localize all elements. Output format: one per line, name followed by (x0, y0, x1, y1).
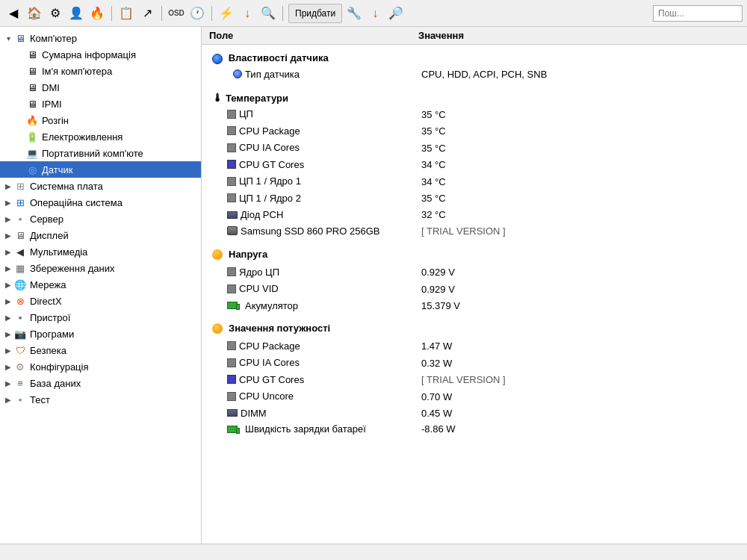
expand-directx[interactable]: ▶ (3, 296, 13, 306)
expand-storage[interactable]: ▶ (3, 263, 13, 273)
sidebar-item-programs[interactable]: ▶ 📷 Програми (0, 326, 201, 342)
expand-security[interactable]: ▶ (3, 345, 13, 355)
sidebar-label-compname: Ім'я комп'ютера (42, 66, 198, 77)
toolbar-icon-search-tool[interactable]: 🔍 (259, 4, 277, 22)
expand-mb[interactable]: ▶ (3, 181, 13, 191)
server-icon: ▪ (13, 212, 27, 225)
expand-server[interactable]: ▶ (3, 214, 13, 224)
content-panel: Поле Значення Властивості датчика (202, 27, 747, 544)
field-sensor-type: Тип датчика (202, 66, 411, 84)
config-icon: ⚙ (13, 360, 27, 373)
multimedia-icon: ◀ (13, 245, 27, 258)
sidebar-item-devices[interactable]: ▶ ▪ Пристрої (0, 309, 201, 326)
expand-multimedia[interactable]: ▶ (3, 246, 13, 257)
sidebar-item-computer[interactable]: ▾ 🖥 Комп'ютер (0, 30, 201, 46)
voltage-section-icon (212, 249, 223, 260)
expand-computer[interactable]: ▾ (3, 33, 13, 43)
section-voltage: Напруга (202, 240, 747, 264)
expand-network[interactable]: ▶ (3, 279, 13, 290)
toolbar-icon-settings[interactable]: ⚙ (46, 4, 64, 22)
expand-devices[interactable]: ▶ (3, 312, 13, 323)
toolbar-icon-arrow[interactable]: ↗ (138, 4, 156, 22)
sidebar-item-test[interactable]: ▶ ▪ Тест (0, 391, 201, 408)
sidebar-item-database[interactable]: ▶ ≡ База даних (0, 375, 201, 391)
sidebar-item-ipmi[interactable]: 🖥 IPMI (0, 96, 201, 112)
dmi-icon: 🖥 (25, 81, 39, 94)
sidebar-item-overclock[interactable]: 🔥 Розгін (0, 112, 201, 128)
sidebar-item-dmi[interactable]: 🖥 DMI (0, 79, 201, 96)
value-pow-charge: -8.86 W (411, 421, 747, 438)
sidebar-label-test: Тест (30, 394, 198, 405)
value-temp-diod: 32 °C (411, 207, 747, 223)
toolbar-icon-fire[interactable]: 🔥 (88, 4, 106, 22)
ipmi-icon: 🖥 (25, 97, 39, 111)
buy-button[interactable]: Придбати (288, 4, 342, 23)
value-volt-vid: 0.929 V (411, 281, 747, 298)
expand-programs[interactable]: ▶ (3, 329, 13, 339)
toolbar-icon-down2[interactable]: ↓ (366, 4, 384, 22)
field-volt-bat: Акумулятор (202, 298, 411, 314)
table-row: Діод PCH 32 °C (202, 207, 747, 223)
expand-test[interactable]: ▶ (3, 394, 13, 405)
sidebar-item-network[interactable]: ▶ 🌐 Мережа (0, 276, 201, 293)
flame-section-icon: 🌡 (212, 92, 223, 104)
toolbar-icon-download[interactable]: ⚡ (217, 4, 235, 22)
sidebar-item-portable[interactable]: 💻 Портативний комп'юте (0, 145, 201, 161)
pow-gt-icon (227, 375, 236, 384)
power-icon: 🔋 (25, 130, 39, 143)
sidebar-item-config[interactable]: ▶ ⚙ Конфігурація (0, 358, 201, 375)
sidebar-item-summary[interactable]: 🖥 Сумарна інформація (0, 46, 201, 63)
toolbar-icon-down-arrow[interactable]: ↓ (238, 4, 256, 22)
flame-icon: 🔥 (25, 113, 39, 127)
sensor-section-icon (212, 54, 223, 64)
expand-database[interactable]: ▶ (3, 378, 13, 388)
toolbar-icon-osd[interactable]: OSD (167, 4, 185, 22)
expand-config[interactable]: ▶ (3, 361, 13, 372)
toolbar-icon-user[interactable]: 👤 (67, 4, 85, 22)
sidebar-label-multimedia: Мультимедіа (30, 246, 198, 258)
toolbar-icon-clock[interactable]: 🕐 (188, 4, 206, 22)
sidebar-item-os[interactable]: ▶ ⊞ Операційна система (0, 194, 201, 211)
field-pow-charge: Швидкість зарядки батареї (202, 421, 411, 438)
search-box[interactable] (653, 5, 743, 22)
field-temp-core1: ЦП 1 / Ядро 1 (202, 173, 411, 190)
toolbar-sep4 (282, 6, 283, 21)
field-pow-ia: CPU IA Cores (202, 355, 411, 372)
sidebar-item-display[interactable]: ▶ 🖥 Дисплей (0, 227, 201, 243)
sidebar-item-sensor[interactable]: ◎ Датчик (0, 161, 201, 178)
sidebar-item-compname[interactable]: 🖥 Ім'я комп'ютера (0, 63, 201, 79)
value-temp-cpu-ia: 35 °C (411, 140, 747, 157)
sidebar-item-power[interactable]: 🔋 Електроживлення (0, 128, 201, 145)
toolbar-sep2 (161, 6, 162, 21)
sidebar-item-storage[interactable]: ▶ ▦ Збереження даних (0, 260, 201, 276)
table-row: ЦП 35 °C (202, 106, 747, 123)
summary-icon: 🖥 (25, 48, 39, 61)
field-temp-cpu-ia: CPU IA Cores (202, 140, 411, 157)
sidebar-item-security[interactable]: ▶ 🛡 Безпека (0, 342, 201, 358)
table-row: CPU VID 0.929 V (202, 281, 747, 298)
toolbar-icon-wrench[interactable]: 🔧 (345, 4, 363, 22)
value-sensor-type: CPU, HDD, ACPI, PCH, SNB (411, 66, 747, 84)
power-section-icon (212, 323, 223, 334)
sidebar-item-directx[interactable]: ▶ ⊗ DirectX (0, 293, 201, 309)
sidebar-item-server[interactable]: ▶ ▪ Сервер (0, 211, 201, 227)
sidebar-label-portable: Портативний комп'юте (42, 148, 198, 159)
expand-os[interactable]: ▶ (3, 197, 13, 208)
field-temp-diod: Діод PCH (202, 207, 411, 223)
temp-core2-icon (227, 193, 236, 202)
network-icon: 🌐 (13, 278, 27, 291)
toolbar-icon-back[interactable]: ◀ (4, 4, 22, 22)
test-icon: ▪ (13, 393, 27, 406)
toolbar-icon-home[interactable]: 🏠 (25, 4, 43, 22)
expand-compname (15, 66, 25, 76)
sidebar-item-multimedia[interactable]: ▶ ◀ Мультимедіа (0, 243, 201, 260)
value-temp-core1: 34 °C (411, 173, 747, 190)
expand-display[interactable]: ▶ (3, 230, 13, 240)
toolbar-icon-table[interactable]: 📋 (117, 4, 135, 22)
expand-sensor (15, 164, 25, 175)
sidebar-item-mb[interactable]: ▶ ⊞ Системна плата (0, 178, 201, 194)
toolbar-icon-magnify[interactable]: 🔎 (387, 4, 405, 22)
col-field: Поле (202, 27, 411, 45)
search-input[interactable] (658, 8, 733, 19)
volt-vid-icon (227, 284, 236, 293)
